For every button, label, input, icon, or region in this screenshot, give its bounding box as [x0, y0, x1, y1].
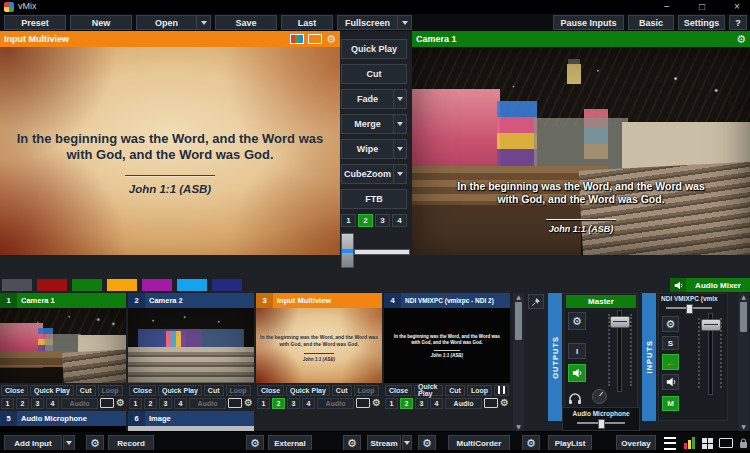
cubezoom-dropdown[interactable] [393, 165, 406, 183]
basic-button[interactable]: Basic [628, 15, 674, 30]
tbar-handle[interactable] [341, 233, 354, 268]
input4-loop-button[interactable]: Loop [467, 385, 492, 396]
wipe-dropdown[interactable] [393, 140, 406, 158]
pause-inputs-button[interactable]: Pause Inputs [553, 15, 624, 30]
input5-header[interactable]: 5 Audio Microphone [0, 411, 126, 426]
preview-video[interactable]: In the beginning was the Word, and the W… [0, 47, 340, 255]
input3-cut-button[interactable]: Cut [332, 385, 352, 396]
lock-button[interactable] [737, 435, 749, 451]
preset-button[interactable]: Preset [4, 15, 66, 30]
gear-icon[interactable]: ⚙ [244, 398, 253, 408]
external-button[interactable]: External [268, 435, 312, 451]
input2-overlay1[interactable]: 1 [129, 398, 142, 409]
menu-button[interactable] [662, 435, 678, 451]
category-swatch-orange[interactable] [107, 279, 137, 291]
inputs-bar[interactable]: INPUTS [642, 293, 656, 421]
overlay-4-button[interactable]: 4 [392, 214, 407, 227]
input3-close-button[interactable]: Close [257, 385, 284, 396]
cubezoom-button[interactable]: CubeZoom [341, 164, 407, 184]
quick-play-button[interactable]: Quick Play [341, 39, 407, 59]
input3-overlay2[interactable]: 2 [272, 398, 285, 409]
stream-button[interactable]: Stream [367, 435, 401, 451]
record-button[interactable]: Record [108, 435, 154, 451]
input3-overlay1[interactable]: 1 [257, 398, 270, 409]
close-button[interactable]: × [730, 0, 744, 13]
scroll-down-icon[interactable]: ▼ [516, 424, 521, 430]
record-settings-button[interactable]: ⚙ [86, 435, 104, 451]
input2-overlay2[interactable]: 2 [144, 398, 157, 409]
input1-overlay2[interactable]: 2 [16, 398, 29, 409]
input1-cut-button[interactable]: Cut [76, 385, 96, 396]
gear-icon[interactable]: ⚙ [500, 398, 509, 408]
ndi-bus-arrow-button[interactable]: ← [662, 354, 679, 370]
gear-icon[interactable]: ⚙ [372, 398, 381, 408]
open-dropdown[interactable] [196, 16, 210, 29]
input4-quickplay-button[interactable]: Quick Play [414, 385, 443, 396]
input2-overlay3[interactable]: 3 [159, 398, 172, 409]
stream-settings-button[interactable]: ⚙ [343, 435, 361, 451]
input2-overlay4[interactable]: 4 [174, 398, 187, 409]
add-input-button[interactable]: Add Input [4, 435, 62, 451]
fullscreen-icon[interactable] [356, 398, 370, 408]
multicorder-button[interactable]: MultiCorder [448, 435, 510, 451]
input1-overlay4[interactable]: 4 [46, 398, 59, 409]
input3-audio-button[interactable]: Audio [317, 398, 354, 409]
cut-button[interactable]: Cut [341, 64, 407, 84]
fade-button[interactable]: Fade [341, 89, 407, 109]
category-swatch-blue[interactable] [177, 279, 207, 291]
help-button[interactable]: ? [729, 15, 747, 30]
playlist-settings-button[interactable]: ⚙ [522, 435, 540, 451]
input3-overlay4[interactable]: 4 [302, 398, 315, 409]
input4-cut-button[interactable]: Cut [445, 385, 465, 396]
merge-button[interactable]: Merge [341, 114, 407, 134]
inputs-scrollbar[interactable]: ▲ ▼ [513, 293, 524, 431]
input1-quickplay-button[interactable]: Quick Play [30, 385, 74, 396]
input3-quickplay-button[interactable]: Quick Play [286, 385, 330, 396]
last-button[interactable]: Last [281, 15, 333, 30]
overlay-2-button[interactable]: 2 [358, 214, 373, 227]
input1-overlay1[interactable]: 1 [1, 398, 14, 409]
category-swatch-navy[interactable] [212, 279, 242, 291]
playlist-button[interactable]: PlayList [548, 435, 592, 451]
scroll-down-icon[interactable]: ▼ [741, 424, 746, 430]
fade-dropdown[interactable] [393, 90, 406, 108]
ndi-solo-button[interactable]: S [662, 336, 679, 350]
overlay-button[interactable]: Overlay [616, 435, 656, 451]
mixer-scrollbar[interactable]: ▲ ▼ [738, 293, 749, 431]
master-mute-button[interactable] [568, 364, 586, 382]
mic-pan-handle[interactable] [598, 419, 605, 429]
ndi-settings-button[interactable]: ⚙ [662, 316, 679, 332]
category-swatch-red[interactable] [37, 279, 67, 291]
input2-header[interactable]: 2 Camera 2 [128, 293, 254, 308]
external-settings-button[interactable]: ⚙ [246, 435, 264, 451]
mic-pan[interactable] [577, 422, 625, 424]
gear-icon[interactable]: ⚙ [116, 398, 125, 408]
input4-overlay1[interactable]: 1 [385, 398, 398, 409]
input3-thumbnail[interactable]: In the beginning was the Word, and the W… [256, 308, 382, 383]
input4-close-button[interactable]: Close [385, 385, 412, 396]
scrollbar-thumb[interactable] [740, 302, 747, 332]
scroll-up-icon[interactable]: ▲ [516, 294, 521, 300]
master-bus-button[interactable]: I [568, 343, 586, 359]
input1-overlay3[interactable]: 3 [31, 398, 44, 409]
display-button[interactable] [718, 435, 734, 451]
category-swatch-green[interactable] [72, 279, 102, 291]
input1-audio-button[interactable]: Audio [61, 398, 98, 409]
colorbars-icon[interactable] [290, 34, 304, 44]
input3-overlay3[interactable]: 3 [287, 398, 300, 409]
overlay-3-button[interactable]: 3 [375, 214, 390, 227]
input4-overlay2[interactable]: 2 [400, 398, 413, 409]
wipe-button[interactable]: Wipe [341, 139, 407, 159]
input6-header[interactable]: 6 Image [128, 411, 254, 426]
overlay-1-button[interactable]: 1 [341, 214, 356, 227]
input1-close-button[interactable]: Close [1, 385, 28, 396]
fullscreen-button[interactable]: Fullscreen [337, 15, 412, 30]
master-fader-handle[interactable] [610, 316, 630, 328]
add-input-dropdown[interactable] [63, 435, 75, 451]
program-video[interactable]: In the beginning was the Word, and the W… [412, 47, 750, 255]
ftb-button[interactable]: FTB [341, 189, 407, 209]
layout-grid-button[interactable] [700, 435, 714, 451]
input2-loop-button[interactable]: Loop [226, 385, 251, 396]
input2-cut-button[interactable]: Cut [204, 385, 224, 396]
input4-header[interactable]: 4 NDI VMIXPC (vmixpc - NDI 2) [384, 293, 510, 308]
